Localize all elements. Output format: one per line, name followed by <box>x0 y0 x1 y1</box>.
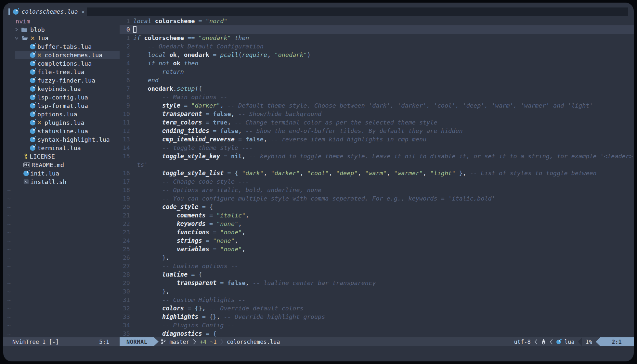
code-token: -- Override highlight groups <box>224 313 325 320</box>
code-line[interactable]: 31 -- Custom Highlights -- <box>120 296 634 304</box>
code-line[interactable]: 9 style = "darker", -- Default theme sty… <box>120 101 634 110</box>
tree-item-statusline-lua[interactable]: statusline.lua <box>3 127 120 135</box>
tree-item-syntax-highlight-lua[interactable]: syntax-highlight.lua <box>3 135 120 144</box>
chevron-down-icon[interactable] <box>14 36 19 40</box>
code-line[interactable]: 23 functions = "none", <box>120 228 634 237</box>
tree-item-init-lua[interactable]: init.lua <box>3 169 120 177</box>
line-number: 9 <box>120 101 130 110</box>
tree-item-label: terminal.lua <box>37 145 81 151</box>
tree-item-lsp-format-lua[interactable]: lsp-format.lua <box>3 101 120 110</box>
code-line-text: }, <box>130 254 169 262</box>
tree-cursor-position: 5:1 <box>99 339 109 345</box>
code-line[interactable]: 22 keywords = "none", <box>120 220 634 228</box>
code-token <box>133 85 148 92</box>
tree-item-buffer-tabs-lua[interactable]: buffer-tabs.lua <box>3 42 120 51</box>
line-number: 2 <box>120 42 130 51</box>
code-line[interactable]: 17 -- Change code style --- <box>120 177 634 186</box>
code-token <box>133 280 177 286</box>
empty-line-tilde: ~ <box>3 287 120 296</box>
lua-file-icon <box>30 120 35 125</box>
line-number: 18 <box>120 186 130 194</box>
code-line[interactable]: 34 -- Plugins Config -- <box>120 321 634 330</box>
tree-item-plugins-lua[interactable]: plugins.lua <box>3 118 120 127</box>
code-line[interactable]: 2 -- Onedark Default Configuration <box>120 42 634 51</box>
tree-item-license[interactable]: LICENSE <box>3 152 120 161</box>
tree-item-lsp-config-lua[interactable]: lsp-config.lua <box>3 93 120 101</box>
code-token: = <box>202 330 213 337</box>
tree-item-label: fuzzy-finder.lua <box>37 77 95 84</box>
code-token: , <box>202 305 209 312</box>
tree-item-options-lua[interactable]: options.lua <box>3 110 120 118</box>
code-token <box>133 313 162 320</box>
code-line[interactable]: 33 highlights = {}, -- Override highligh… <box>120 313 634 321</box>
code-line[interactable]: 12 ending_tildes = false, -- Show the en… <box>120 127 634 135</box>
code-line[interactable]: 29 transparent = false, -- lualine cente… <box>120 279 634 287</box>
tree-item-keybinds-lua[interactable]: keybinds.lua <box>3 84 120 93</box>
code-line[interactable]: 4 if not ok then <box>120 59 634 68</box>
code-token: ) <box>307 51 311 58</box>
code-line[interactable]: 19 -- You can configure multiple style w… <box>120 194 634 203</box>
code-token: -- Lualine options -- <box>133 263 238 269</box>
code-token: if <box>133 34 144 41</box>
line-number: 13 <box>120 135 130 144</box>
code-line[interactable]: 15 toggle_style_key = nil, -- keybind to… <box>120 152 634 161</box>
code-line[interactable]: 16 toggle_style_list = { "dark", "darker… <box>120 169 634 177</box>
code-line[interactable]: 21 comments = "italic", <box>120 211 634 220</box>
code-line[interactable]: 32 colors = {}, -- Override default colo… <box>120 304 634 313</box>
code-line[interactable]: 5 return <box>120 68 634 76</box>
code-line[interactable]: 8 -- Main options -- <box>120 93 634 101</box>
code-line-text: local ok, onedark = pcall(require, "oned… <box>130 51 311 59</box>
line-number: 1 <box>120 34 130 42</box>
tree-item-label: syntax-highlight.lua <box>37 136 110 143</box>
code-token: , <box>463 170 470 176</box>
code-line[interactable]: 20 code_style = { <box>120 203 634 211</box>
code-line[interactable]: 1if colorscheme == "onedark" then <box>120 34 634 42</box>
code-line[interactable]: 27 -- Lualine options -- <box>120 262 634 270</box>
tree-item-install-sh[interactable]: install.sh <box>3 177 120 186</box>
code-line[interactable]: 3 local ok, onedark = pcall(require, "on… <box>120 51 634 59</box>
shell-script-icon <box>23 179 29 184</box>
code-token: = <box>209 127 220 134</box>
code-line[interactable]: 6 end <box>120 76 634 84</box>
tree-item-completions-lua[interactable]: completions.lua <box>3 59 120 68</box>
code-line-cursor[interactable]: 0 <box>120 25 634 34</box>
code-token: "deep" <box>336 170 358 176</box>
code-token: local <box>133 18 155 24</box>
code-line-text: ending_tildes = false, -- Show the end-o… <box>130 127 463 135</box>
tree-root-folder[interactable]: nvim <box>3 17 120 25</box>
filetype-label: lua <box>565 339 575 345</box>
tab-close-icon[interactable]: × <box>81 9 85 15</box>
code-line[interactable]: ts' <box>120 161 634 169</box>
code-token <box>133 288 162 295</box>
tree-item-readme-md[interactable]: README.md <box>3 161 120 169</box>
tree-item-lua[interactable]: lua <box>3 34 120 42</box>
empty-line-tilde: ~ <box>3 186 120 194</box>
code-line[interactable]: 7 onedark.setup({ <box>120 84 634 93</box>
code-line[interactable]: 26 }, <box>120 254 634 262</box>
code-line[interactable]: 18 -- Options are italic, bold, underlin… <box>120 186 634 194</box>
code-line[interactable]: 28 lualine = { <box>120 270 634 279</box>
code-line[interactable]: 14 -- toggle theme style --- <box>120 144 634 152</box>
code-token: comments <box>177 212 206 219</box>
lua-file-icon <box>30 137 35 142</box>
tree-item-label: keybinds.lua <box>37 85 81 92</box>
empty-line-tilde: ~ <box>3 330 120 337</box>
code-line[interactable]: 25 variables = "none", <box>120 245 634 254</box>
code-line-text: return <box>130 68 184 76</box>
tree-item-file-tree-lua[interactable]: file-tree.lua <box>3 68 120 76</box>
code-line[interactable]: 24 strings = "none", <box>120 237 634 245</box>
code-line[interactable]: 30 }, <box>120 287 634 296</box>
tree-item-colorschemes-lua[interactable]: colorschemes.lua <box>3 51 120 59</box>
tree-item-terminal-lua[interactable]: terminal.lua <box>3 144 120 152</box>
chevron-right-icon[interactable] <box>14 27 19 32</box>
tree-item-fuzzy-finder-lua[interactable]: fuzzy-finder.lua <box>3 76 120 84</box>
tree-item-blob[interactable]: blob <box>3 25 120 34</box>
line-number: 4 <box>120 59 130 68</box>
empty-line-tilde: ~ <box>3 254 120 262</box>
code-line[interactable]: 13 cmp_itemkind_reverse = false, -- reve… <box>120 135 634 144</box>
code-line[interactable]: 35 diagnostics = { <box>120 330 634 337</box>
line-number: 24 <box>120 237 130 245</box>
code-line[interactable]: 10 transparent = false, -- Show/hide bac… <box>120 110 634 118</box>
code-line[interactable]: 11 term_colors = true, -- Change termina… <box>120 118 634 127</box>
code-line[interactable]: 1local colorscheme = "nord" <box>120 17 634 25</box>
